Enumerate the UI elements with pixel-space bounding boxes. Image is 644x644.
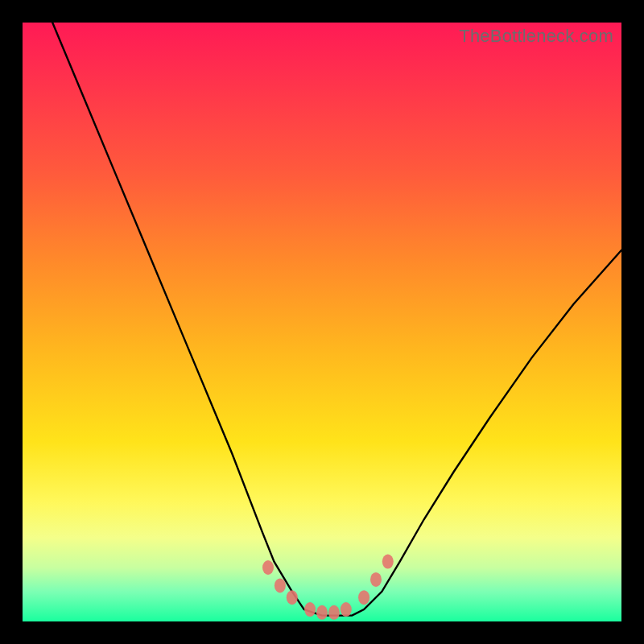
marker-dot xyxy=(275,578,286,592)
curve-layer xyxy=(23,23,621,621)
marker-group xyxy=(262,555,394,620)
chart-frame: TheBottleneck.com xyxy=(0,0,644,644)
marker-dot xyxy=(341,602,352,617)
marker-dot xyxy=(328,605,340,620)
marker-dot xyxy=(382,555,394,569)
plot-area: TheBottleneck.com xyxy=(23,23,621,621)
marker-dot xyxy=(358,590,369,605)
marker-dot xyxy=(370,572,382,587)
marker-dot xyxy=(262,560,274,575)
marker-dot xyxy=(304,602,316,617)
bottleneck-curve xyxy=(52,23,621,616)
marker-dot xyxy=(287,590,298,605)
marker-dot xyxy=(316,605,328,620)
